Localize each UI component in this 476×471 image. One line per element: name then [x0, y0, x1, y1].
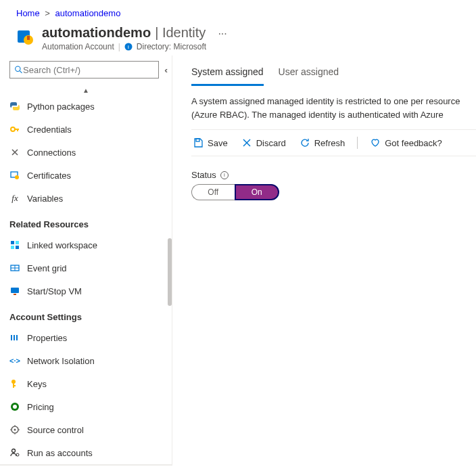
sidebar-item-label: Connections: [27, 148, 76, 158]
tab-system-assigned[interactable]: System assigned: [191, 61, 264, 86]
collapse-sidebar-button[interactable]: ‹‹: [164, 65, 165, 75]
breadcrumb-resource[interactable]: automationdemo: [55, 8, 121, 18]
directory-label: Directory: Microsoft: [137, 42, 206, 51]
properties-icon: [9, 332, 20, 343]
identity-resource-icon: [16, 28, 35, 47]
sidebar-item-label: Certificates: [27, 171, 71, 181]
network-icon: <·>: [9, 355, 20, 366]
sidebar-item-source-control[interactable]: Source control: [0, 418, 172, 441]
svg-rect-20: [14, 294, 16, 295]
svg-point-30: [14, 429, 16, 431]
more-actions-button[interactable]: ···: [210, 28, 227, 40]
sidebar-item-connections[interactable]: Connections: [0, 141, 172, 164]
sidebar-item-runas-accounts[interactable]: Run as accounts: [0, 441, 172, 464]
svg-point-24: [11, 380, 16, 384]
save-icon: [193, 137, 204, 148]
breadcrumb: Home > automationdemo: [0, 0, 476, 18]
sidebar-item-label: Properties: [27, 333, 67, 343]
page-title: automationdemo: [42, 25, 151, 41]
sidebar-item-label: Event grid: [27, 263, 67, 273]
sidebar-item-network-isolation[interactable]: <·> Network Isolation: [0, 349, 172, 372]
sidebar-item-credentials[interactable]: Credentials: [0, 118, 172, 141]
sidebar-item-certificates[interactable]: Certificates: [0, 164, 172, 187]
info-icon[interactable]: i: [220, 171, 229, 179]
sidebar-item-label: Start/Stop VM: [27, 286, 82, 296]
sidebar-item-label: Credentials: [27, 125, 72, 135]
certificate-icon: [9, 170, 20, 181]
sidebar-item-label: Variables: [27, 194, 63, 204]
toggle-on[interactable]: On: [235, 184, 280, 200]
toggle-off[interactable]: Off: [191, 184, 235, 200]
discard-button[interactable]: Discard: [240, 137, 287, 148]
python-icon: [9, 101, 20, 112]
svg-point-36: [16, 453, 19, 456]
sidebar-item-label: Linked workspace: [27, 240, 97, 250]
sidebar-item-label: Pricing: [27, 402, 54, 412]
resource-type-label: Automation Account: [42, 42, 114, 51]
breadcrumb-home[interactable]: Home: [16, 8, 40, 18]
key-icon: [9, 124, 20, 135]
status-toggle[interactable]: Off On: [191, 184, 279, 200]
vm-icon: [9, 286, 20, 296]
key2-icon: [9, 378, 20, 389]
refresh-icon: [300, 137, 310, 148]
tabs: System assigned User assigned: [191, 61, 476, 87]
refresh-button[interactable]: Refresh: [298, 137, 347, 148]
svg-text:i: i: [128, 44, 129, 50]
sidebar-item-label: Source control: [27, 425, 84, 435]
workspace-icon: [9, 240, 20, 250]
sidebar-item-python-packages[interactable]: Python packages: [0, 95, 172, 118]
sidebar-item-label: Run as accounts: [27, 448, 93, 458]
svg-point-28: [13, 405, 17, 409]
main-panel: System assigned User assigned A system a…: [172, 55, 476, 466]
breadcrumb-separator: >: [42, 8, 53, 18]
svg-rect-19: [11, 288, 19, 293]
page-subtitle: | Identity: [155, 25, 206, 41]
variable-icon: fx: [9, 193, 20, 204]
svg-point-5: [16, 66, 20, 71]
sidebar-item-startstop-vm[interactable]: Start/Stop VM: [0, 279, 172, 302]
sidebar-item-event-grid[interactable]: Event grid: [0, 256, 172, 279]
sidebar-section-account: Account Settings: [0, 302, 172, 326]
discard-icon: [241, 137, 252, 148]
sidebar-scrollbar[interactable]: [168, 55, 172, 466]
svg-line-6: [20, 71, 22, 73]
search-box[interactable]: [9, 61, 159, 78]
heart-icon: [370, 137, 381, 148]
sidebar-section-related: Related Resources: [0, 210, 172, 233]
sidebar-item-properties[interactable]: Properties: [0, 326, 172, 349]
page-header: automationdemo | Identity ··· Automation…: [0, 18, 476, 55]
status-label: Status i: [191, 170, 476, 180]
svg-rect-13: [16, 241, 19, 244]
sidebar-item-label: Python packages: [27, 102, 95, 112]
svg-rect-39: [196, 139, 199, 141]
sidebar-item-pricing[interactable]: Pricing: [0, 395, 172, 418]
sidebar-item-linked-workspace[interactable]: Linked workspace: [0, 233, 172, 256]
svg-rect-15: [16, 246, 19, 249]
scroll-up-indicator[interactable]: ▲: [0, 85, 172, 95]
sidebar-item-label: Network Isolation: [27, 356, 95, 366]
plug-icon: [9, 147, 20, 158]
sidebar-item-variables[interactable]: fx Variables: [0, 187, 172, 210]
toolbar: Save Discard Refresh Got feedback?: [191, 129, 476, 156]
toolbar-separator: [357, 137, 358, 149]
info-icon: i: [124, 43, 133, 51]
sidebar-item-identity[interactable]: Identity: [0, 464, 172, 466]
search-input[interactable]: [23, 65, 154, 75]
description-text: A system assigned managed identity is re…: [191, 95, 475, 121]
feedback-button[interactable]: Got feedback?: [368, 137, 444, 148]
sidebar: ‹‹ ▲ Python packages Credentials Connect…: [0, 55, 172, 466]
svg-point-7: [11, 127, 15, 131]
sourcecontrol-icon: [9, 424, 20, 435]
sidebar-item-label: Keys: [27, 379, 47, 389]
svg-rect-12: [11, 241, 14, 244]
pricing-icon: [9, 401, 20, 412]
save-button[interactable]: Save: [191, 137, 229, 148]
svg-rect-2: [27, 36, 30, 40]
eventgrid-icon: [9, 263, 20, 273]
tab-user-assigned[interactable]: User assigned: [279, 61, 339, 86]
sidebar-item-keys[interactable]: Keys: [0, 372, 172, 395]
svg-point-35: [12, 449, 16, 453]
search-icon: [14, 65, 23, 74]
svg-rect-14: [11, 246, 14, 249]
